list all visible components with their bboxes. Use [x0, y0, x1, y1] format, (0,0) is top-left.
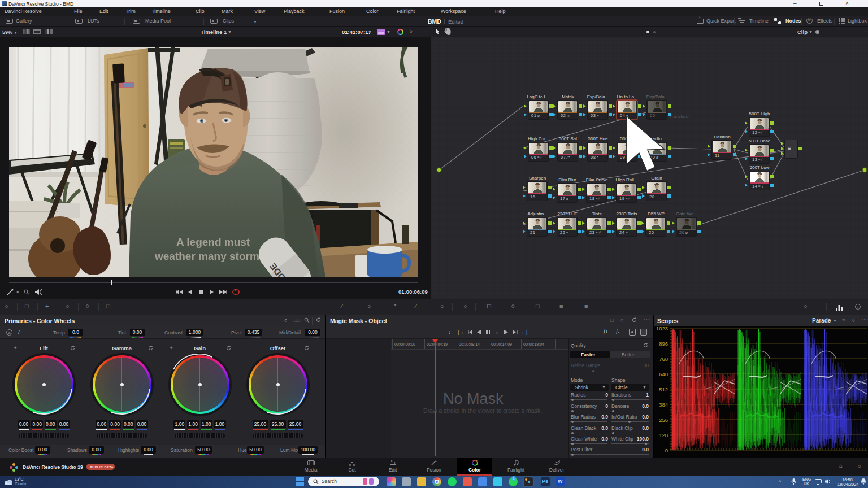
- svg-text:640: 640: [659, 371, 668, 377]
- svg-text:384: 384: [659, 402, 668, 408]
- svg-text:896: 896: [659, 341, 668, 347]
- svg-text:1023: 1023: [656, 326, 668, 332]
- svg-text:0: 0: [665, 447, 668, 454]
- svg-text:768: 768: [659, 356, 668, 362]
- svg-text:128: 128: [659, 432, 668, 438]
- svg-text:512: 512: [659, 386, 668, 393]
- svg-text:256: 256: [659, 417, 668, 423]
